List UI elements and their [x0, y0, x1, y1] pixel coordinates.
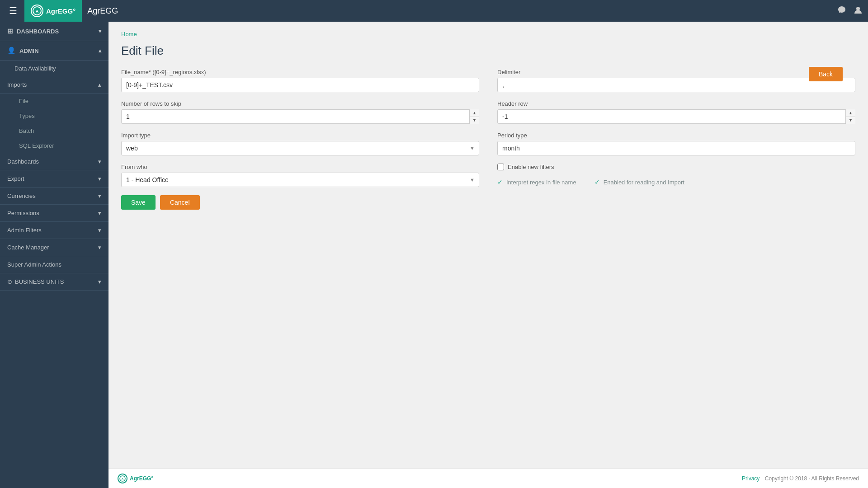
header-row-spinners: ▲ ▼	[845, 109, 855, 124]
period-type-group: Period type	[497, 132, 855, 155]
enable-new-filters-label: Enable new filters	[508, 164, 554, 170]
interpret-regex-check-icon: ✓	[497, 178, 503, 186]
export-chevron-icon: ▾	[98, 175, 101, 182]
action-buttons: Save Cancel	[121, 195, 479, 210]
back-button[interactable]: Back	[809, 67, 843, 81]
sidebar-item-batch[interactable]: Batch	[0, 123, 108, 138]
chevron-down-icon: ▾	[99, 28, 101, 34]
sidebar-export-header[interactable]: Export ▾	[0, 170, 108, 188]
right-column: Delimiter Header row ▲ ▼	[497, 69, 855, 210]
svg-text:A: A	[122, 478, 124, 480]
import-type-group: Import type web ftp local	[121, 132, 479, 155]
footer-copyright: Copyright © 2018 · All Rights Reserved	[765, 475, 859, 482]
import-type-label: Import type	[121, 132, 479, 139]
from-who-select[interactable]: 1 - Head Office	[121, 173, 479, 187]
sidebar-permissions-header[interactable]: Permissions ▾	[0, 205, 108, 222]
content-area: Home Edit File Back File_name* ([0-9]+_r…	[108, 22, 868, 488]
dashboards-icon: ⊞	[7, 27, 13, 35]
business-units-icon: ⊙	[7, 278, 12, 285]
page-title: Edit File	[121, 44, 855, 58]
footer-brand-text: AgrEGG°	[130, 475, 153, 482]
enabled-reading-check-icon: ✓	[594, 178, 600, 186]
sidebar-cache-manager-header[interactable]: Cache Manager ▾	[0, 239, 108, 256]
sidebar: ⊞ DASHBOARDS ▾ 👤 ADMIN ▴ Data Availabili…	[0, 22, 108, 488]
delimiter-group: Delimiter	[497, 69, 855, 92]
privacy-link[interactable]: Privacy	[742, 475, 760, 482]
svg-point-2	[856, 7, 860, 10]
rows-to-skip-group: Number of rows to skip ▲ ▼	[121, 100, 479, 124]
chat-icon-button[interactable]	[837, 5, 846, 17]
admin-filters-chevron-icon: ▾	[98, 227, 101, 234]
sidebar-dashboards-header[interactable]: ⊞ DASHBOARDS ▾	[0, 22, 108, 41]
cancel-button[interactable]: Cancel	[160, 195, 200, 210]
period-type-label: Period type	[497, 132, 855, 139]
file-name-label: File_name* ([0-9]+_regions.xlsx)	[121, 69, 479, 75]
interpret-regex-label: Interpret regex in file name	[506, 179, 576, 186]
import-type-select-wrapper: web ftp local	[121, 141, 479, 155]
home-link[interactable]: Home	[121, 31, 137, 38]
sidebar-imports-header[interactable]: Imports ▴	[0, 76, 108, 94]
footer-links: Privacy Copyright © 2018 · All Rights Re…	[736, 475, 859, 482]
admin-icon: 👤	[7, 47, 16, 55]
rows-to-skip-input[interactable]	[121, 109, 479, 124]
from-who-select-wrapper: 1 - Head Office	[121, 173, 479, 187]
logo-icon: A	[31, 5, 43, 17]
delimiter-input[interactable]	[497, 78, 855, 92]
app-name: AgrEGG	[87, 6, 837, 16]
chevron-up-icon: ▴	[99, 47, 101, 54]
page-header-wrapper: Home Edit File Back	[121, 31, 855, 58]
header-row-input[interactable]	[497, 109, 855, 124]
footer: A AgrEGG° Privacy Copyright © 2018 · All…	[108, 469, 868, 488]
sidebar-currencies-header[interactable]: Currencies ▾	[0, 188, 108, 205]
header-row-decrement[interactable]: ▼	[846, 117, 855, 124]
dashboards-sub-chevron-icon: ▾	[98, 158, 101, 165]
save-button[interactable]: Save	[121, 195, 156, 210]
svg-text:A: A	[36, 9, 39, 14]
import-type-select[interactable]: web ftp local	[121, 141, 479, 155]
header-row-wrapper: ▲ ▼	[497, 109, 855, 124]
content-scroll: Home Edit File Back File_name* ([0-9]+_r…	[108, 22, 868, 469]
rows-to-skip-increment[interactable]: ▲	[470, 109, 479, 117]
delimiter-label: Delimiter	[497, 69, 855, 75]
top-navbar: ☰ A AgrEGG° AgrEGG	[0, 0, 868, 22]
sidebar-admin-filters-header[interactable]: Admin Filters ▾	[0, 222, 108, 239]
enable-new-filters-checkbox[interactable]	[497, 164, 504, 170]
sidebar-business-units-header[interactable]: ⊙ BUSINESS UNITS ▾	[0, 273, 108, 291]
enable-new-filters-group: Enable new filters	[497, 164, 855, 170]
sidebar-item-super-admin-actions[interactable]: Super Admin Actions	[0, 256, 108, 273]
sidebar-item-sql-explorer[interactable]: SQL Explorer	[0, 138, 108, 153]
file-name-input[interactable]	[121, 78, 479, 92]
rows-to-skip-decrement[interactable]: ▼	[470, 117, 479, 124]
header-row-increment[interactable]: ▲	[846, 109, 855, 117]
brand-logo-text: AgrEGG°	[46, 7, 75, 15]
sidebar-item-data-availability[interactable]: Data Availability	[0, 61, 108, 76]
imports-chevron-up-icon: ▴	[98, 81, 101, 88]
edit-file-form: File_name* ([0-9]+_regions.xlsx) Number …	[121, 69, 855, 210]
hamburger-button[interactable]: ☰	[5, 4, 21, 18]
sidebar-dashboards-sub-header[interactable]: Dashboards ▾	[0, 153, 108, 170]
breadcrumb: Home	[121, 31, 855, 38]
header-row-group: Header row ▲ ▼	[497, 100, 855, 124]
header-row-label: Header row	[497, 100, 855, 107]
footer-logo: A AgrEGG°	[118, 474, 153, 483]
rows-to-skip-label: Number of rows to skip	[121, 100, 479, 107]
sidebar-item-file[interactable]: File	[0, 94, 108, 108]
sidebar-admin-header[interactable]: 👤 ADMIN ▴	[0, 41, 108, 61]
rows-to-skip-spinners: ▲ ▼	[469, 109, 479, 124]
rows-to-skip-wrapper: ▲ ▼	[121, 109, 479, 124]
currencies-chevron-icon: ▾	[98, 192, 101, 199]
permissions-chevron-icon: ▾	[98, 210, 101, 216]
from-who-label: From who	[121, 164, 479, 170]
enabled-reading-label: Enabled for reading and Import	[604, 179, 684, 186]
brand-logo: A AgrEGG°	[24, 0, 82, 22]
period-type-input[interactable]	[497, 141, 855, 155]
interpret-regex-item: ✓ Interpret regex in file name	[497, 178, 576, 186]
file-name-group: File_name* ([0-9]+_regions.xlsx)	[121, 69, 479, 92]
from-who-group: From who 1 - Head Office	[121, 164, 479, 187]
business-units-chevron-icon: ▾	[98, 278, 101, 285]
user-icon-button[interactable]	[854, 5, 863, 17]
footer-logo-icon: A	[118, 474, 127, 483]
sidebar-item-types[interactable]: Types	[0, 108, 108, 123]
nav-icons	[837, 5, 863, 17]
cache-manager-chevron-icon: ▾	[98, 244, 101, 251]
